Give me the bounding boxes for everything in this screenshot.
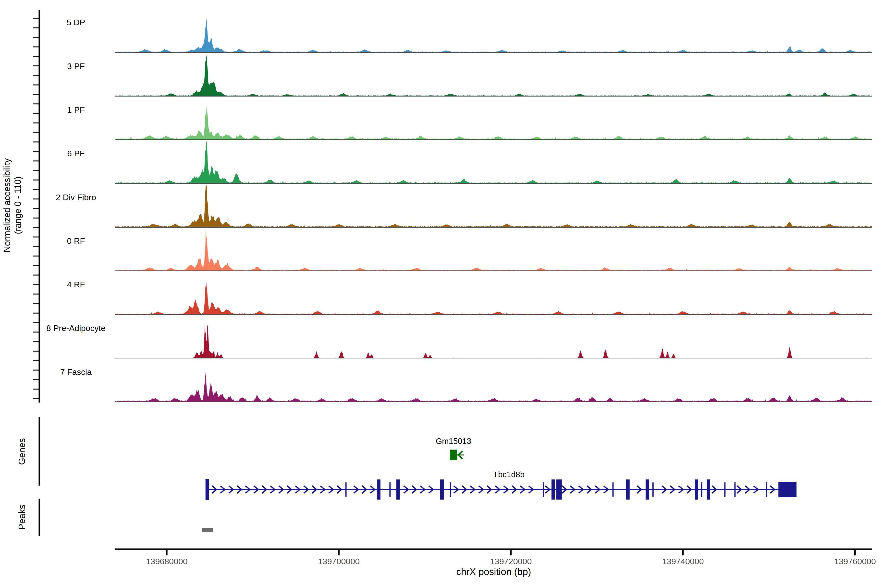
track-signal-5-dp xyxy=(115,18,872,52)
track-label-6-pf: 6 PF xyxy=(22,149,130,158)
track-label-8-pre-adipocyte: 8 Pre-Adipocyte xyxy=(22,323,130,333)
track-panel-5-dp xyxy=(115,18,872,52)
track-panel-3-pf xyxy=(115,55,872,96)
x-tick-label: 139680000 xyxy=(132,556,201,566)
track-label-7-fascia: 7 Fascia xyxy=(22,367,130,377)
gene-gm15013-exon-box xyxy=(450,450,457,460)
gene-tbc1d8b-exon xyxy=(701,482,702,496)
track-signal-7-fascia xyxy=(115,371,872,402)
track-signal-3-pf xyxy=(115,55,872,96)
track-baseline-1-pf xyxy=(115,140,872,140)
track-baseline-8-pre-adipocyte xyxy=(115,358,872,358)
track-panel-4-rf xyxy=(115,281,872,315)
gene-tbc1d8b-exon xyxy=(612,482,614,496)
gene-tbc1d8b-exon xyxy=(707,480,710,500)
track-baseline-2-div-fibro xyxy=(115,227,872,228)
track-baseline-7-fascia xyxy=(115,402,872,402)
x-tick-label: 139700000 xyxy=(304,556,373,566)
figure-root: Normalized accessibility (range 0 - 110)… xyxy=(0,0,882,588)
gene-tbc1d8b-exon xyxy=(396,480,400,500)
x-tick-label: 139760000 xyxy=(821,556,882,566)
x-tick-label: 139720000 xyxy=(477,556,545,566)
track-signal-6-pf xyxy=(115,141,872,183)
track-panel-2-div-fibro xyxy=(115,185,872,227)
gene-tbc1d8b-exon xyxy=(695,480,698,500)
track-panel-8-pre-adipocyte xyxy=(115,324,872,358)
gene-tbc1d8b-exon xyxy=(724,482,726,496)
track-label-1-pf: 1 PF xyxy=(22,105,130,115)
track-label-5-dp: 5 DP xyxy=(22,18,130,27)
track-baseline-5-dp xyxy=(115,52,872,52)
gene-tbc1d8b-exon xyxy=(734,482,735,496)
gene-tbc1d8b-exon xyxy=(556,480,562,500)
gene-tbc1d8b-exon xyxy=(450,482,451,496)
track-signal-4-rf xyxy=(115,281,872,315)
track-panel-7-fascia xyxy=(115,371,872,402)
gene-tbc1d8b-exon xyxy=(552,480,555,500)
track-panel-1-pf xyxy=(115,106,872,140)
gene-tbc1d8b-exon xyxy=(377,480,381,500)
genome-track-plot xyxy=(0,0,882,588)
gene-label-tbc1d8b: Tbc1d8b xyxy=(460,470,558,479)
gene-tbc1d8b-exon xyxy=(652,482,654,496)
track-signal-1-pf xyxy=(115,106,872,140)
track-label-4-rf: 4 RF xyxy=(22,280,130,290)
gene-tbc1d8b-terminal-exon-box xyxy=(778,482,796,497)
track-signal-0-rf xyxy=(115,230,872,271)
track-label-3-pf: 3 PF xyxy=(22,62,130,71)
track-baseline-3-pf xyxy=(115,96,872,96)
track-baseline-0-rf xyxy=(115,270,872,271)
x-tick-label: 139740000 xyxy=(649,556,717,566)
track-baseline-6-pf xyxy=(115,183,872,184)
gene-tbc1d8b-exon xyxy=(440,480,444,500)
gene-tbc1d8b-exon xyxy=(646,480,649,500)
track-panel-6-pf xyxy=(115,141,872,183)
track-panel-0-rf xyxy=(115,230,872,271)
track-baseline-4-rf xyxy=(115,314,872,315)
gene-tbc1d8b-exon xyxy=(345,482,346,496)
peak-region-bar xyxy=(202,528,213,532)
gene-tbc1d8b-exon xyxy=(543,482,544,496)
track-signal-2-div-fibro xyxy=(115,185,872,227)
gene-tbc1d8b-exon xyxy=(766,482,767,496)
track-signal-8-pre-adipocyte xyxy=(115,324,872,358)
gene-label-gm15013: Gm15013 xyxy=(405,436,502,446)
track-label-2-div-fibro: 2 Div Fibro xyxy=(22,193,130,202)
gene-tbc1d8b-exon xyxy=(206,479,209,500)
gene-tbc1d8b-exon xyxy=(626,480,630,500)
gene-tbc1d8b-exon xyxy=(389,482,390,496)
track-label-0-rf: 0 RF xyxy=(22,236,130,246)
